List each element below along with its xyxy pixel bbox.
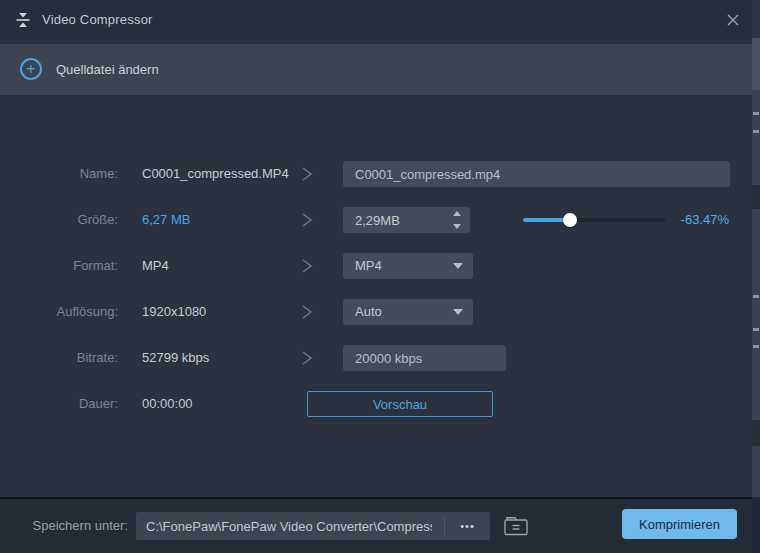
size-label: Größe: [0, 207, 118, 233]
row-format: Format: MP4 MP4 [0, 253, 752, 279]
row-bitrate: Bitrate: 52799 kbps [0, 345, 752, 371]
duration-value: 00:00:00 [142, 391, 193, 417]
name-label: Name: [0, 161, 118, 187]
row-size: Größe: 6,27 MB -63.47% [0, 207, 752, 233]
name-original-value: C0001_compressed.MP4 [142, 161, 289, 187]
close-button[interactable] [718, 5, 748, 35]
footer-bar: Speichern unter: ••• Komprimieren [0, 499, 752, 553]
name-input[interactable] [343, 161, 730, 187]
caret-down-icon [453, 309, 463, 315]
size-spinner [343, 207, 470, 233]
chevron-right-icon [300, 257, 314, 275]
caret-down-icon [453, 263, 463, 269]
format-selected-value: MP4 [355, 253, 382, 279]
chevron-right-icon [300, 349, 314, 367]
resolution-dropdown[interactable]: Auto [343, 299, 473, 325]
add-source-icon[interactable]: + [20, 58, 42, 80]
duration-label: Dauer: [0, 391, 118, 417]
background-window-sliver [752, 0, 760, 553]
slider-thumb[interactable] [563, 213, 577, 227]
compress-button[interactable]: Komprimieren [622, 509, 737, 539]
change-source-label[interactable]: Quelldatei ändern [56, 44, 159, 95]
row-duration: Dauer: 00:00:00 Vorschau [0, 391, 752, 417]
compress-icon [14, 11, 32, 29]
row-resolution: Auflösung: 1920x1080 Auto [0, 299, 752, 325]
window-title: Video Compressor [42, 0, 153, 40]
resolution-label: Auflösung: [0, 299, 118, 325]
triangle-down-icon [453, 224, 461, 229]
open-folder-button[interactable] [501, 511, 531, 541]
size-original-value: 6,27 MB [142, 207, 190, 233]
close-icon [725, 12, 741, 28]
spin-down-button[interactable] [451, 221, 463, 232]
chevron-right-icon [300, 211, 314, 229]
save-path-input[interactable] [136, 512, 442, 540]
chevron-right-icon [300, 303, 314, 321]
video-compressor-window: Video Compressor + Quelldatei ändern Nam… [0, 0, 760, 553]
titlebar: Video Compressor [0, 0, 752, 40]
source-file-bar[interactable]: + Quelldatei ändern [0, 44, 752, 95]
resolution-selected-value: Auto [355, 299, 382, 325]
format-label: Format: [0, 253, 118, 279]
triangle-up-icon [453, 211, 461, 216]
bitrate-original-value: 52799 kbps [142, 345, 209, 371]
resolution-original-value: 1920x1080 [142, 299, 206, 325]
spin-up-button[interactable] [451, 208, 463, 219]
size-input[interactable] [343, 207, 443, 233]
main-panel: Name: C0001_compressed.MP4 Größe: 6,27 M… [0, 95, 752, 497]
format-original-value: MP4 [142, 253, 169, 279]
bitrate-label: Bitrate: [0, 345, 118, 371]
preview-button[interactable]: Vorschau [307, 391, 493, 417]
bitrate-input[interactable] [343, 345, 506, 371]
format-dropdown[interactable]: MP4 [343, 253, 473, 279]
save-path-control: ••• [136, 512, 490, 540]
browse-button[interactable]: ••• [445, 512, 490, 540]
size-reduction-percent: -63.47% [665, 207, 729, 233]
folder-icon [503, 515, 529, 537]
save-under-label: Speichern unter: [0, 499, 128, 553]
chevron-right-icon [300, 165, 314, 183]
size-slider[interactable] [523, 207, 665, 233]
row-name: Name: C0001_compressed.MP4 [0, 161, 752, 187]
